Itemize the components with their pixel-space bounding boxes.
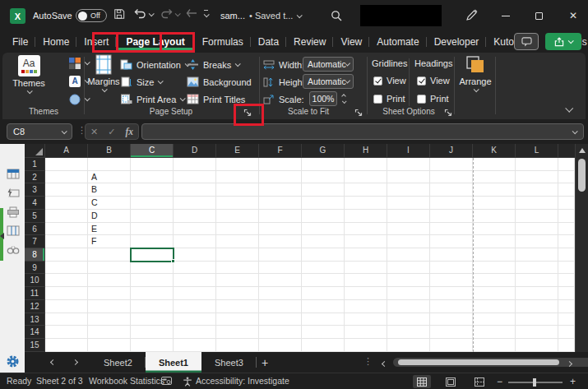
cell-K15[interactable] xyxy=(473,339,516,352)
sheet-tab-sheet3[interactable]: Sheet3 xyxy=(201,352,257,373)
cell-H8[interactable] xyxy=(345,248,387,262)
breaks-button[interactable]: Breaks xyxy=(187,57,239,72)
undo-button[interactable] xyxy=(134,8,153,20)
cell-A9[interactable] xyxy=(45,262,88,275)
column-header-I[interactable]: I xyxy=(387,144,430,158)
cell-H2[interactable] xyxy=(345,171,387,184)
cell-D11[interactable] xyxy=(174,287,216,300)
column-header-F[interactable]: F xyxy=(259,144,302,158)
cell-H12[interactable] xyxy=(345,300,387,313)
cell-H5[interactable] xyxy=(345,210,387,223)
cell-C3[interactable] xyxy=(131,183,174,197)
status-sheet-info[interactable]: Sheet 2 of 3 xyxy=(36,376,83,386)
cell-L1[interactable] xyxy=(516,158,558,171)
workbook-pane-icon[interactable] xyxy=(6,167,20,181)
cell-G6[interactable] xyxy=(302,223,345,236)
share-button[interactable] xyxy=(545,33,581,50)
cell-K9[interactable] xyxy=(473,262,516,275)
cell-B3[interactable]: B xyxy=(88,183,131,197)
zoom-in-button[interactable]: + xyxy=(570,376,576,387)
cell-G1[interactable] xyxy=(302,158,345,171)
cell-C1[interactable] xyxy=(131,158,174,171)
cell-K13[interactable] xyxy=(473,313,516,326)
cell-D4[interactable] xyxy=(174,197,216,210)
cell-B10[interactable] xyxy=(88,274,131,287)
workbook-statistics-button[interactable]: Workbook Statistics xyxy=(89,376,164,386)
cell-H10[interactable] xyxy=(345,274,387,287)
cell-E4[interactable] xyxy=(216,197,259,210)
cell-F14[interactable] xyxy=(259,326,302,339)
cell-A2[interactable] xyxy=(45,171,88,184)
cell-H6[interactable] xyxy=(345,223,387,236)
sheet-tab-sheet2[interactable]: Sheet2 xyxy=(90,352,146,373)
column-header-L[interactable]: L xyxy=(516,144,558,158)
cell-E13[interactable] xyxy=(216,313,259,326)
cell-L13[interactable] xyxy=(516,313,558,326)
undo-dropdown-icon[interactable] xyxy=(149,11,155,16)
cell-partial-4[interactable] xyxy=(558,197,575,210)
cell-F12[interactable] xyxy=(259,300,302,313)
cell-B8[interactable] xyxy=(88,248,131,262)
cell-A10[interactable] xyxy=(45,274,88,287)
ribbon-tab-formulas[interactable]: Formulas xyxy=(195,32,251,52)
cell-D1[interactable] xyxy=(174,158,216,171)
ribbon-tab-view[interactable]: View xyxy=(333,32,369,52)
row-header-2[interactable]: 2 xyxy=(25,171,45,184)
cell-partial-3[interactable] xyxy=(558,183,575,197)
cell-A6[interactable] xyxy=(45,223,88,236)
cell-B6[interactable]: E xyxy=(88,223,131,236)
cell-F9[interactable] xyxy=(259,262,302,275)
cell-J7[interactable] xyxy=(430,235,473,248)
cell-E11[interactable] xyxy=(216,287,259,300)
cell-partial-5[interactable] xyxy=(558,210,575,223)
autosave-toggle[interactable]: Off xyxy=(76,9,107,22)
cell-B1[interactable] xyxy=(88,158,131,171)
width-combobox[interactable]: Automatic xyxy=(303,57,354,72)
confirm-entry-icon[interactable]: ✓ xyxy=(108,127,115,137)
cell-I7[interactable] xyxy=(387,235,430,248)
cell-J13[interactable] xyxy=(430,313,473,326)
cell-G8[interactable] xyxy=(302,248,345,262)
cell-I6[interactable] xyxy=(387,223,430,236)
ribbon-tab-data[interactable]: Data xyxy=(251,32,286,52)
cell-J8[interactable] xyxy=(430,248,473,262)
cell-A4[interactable] xyxy=(45,197,88,210)
cell-partial-12[interactable] xyxy=(558,300,575,313)
row-header-1[interactable]: 1 xyxy=(25,158,45,171)
cell-L8[interactable] xyxy=(516,248,558,262)
cell-B11[interactable] xyxy=(88,287,131,300)
cell-F10[interactable] xyxy=(259,274,302,287)
cell-A13[interactable] xyxy=(45,313,88,326)
cell-K1[interactable] xyxy=(473,158,516,171)
cell-D7[interactable] xyxy=(174,235,216,248)
cell-L12[interactable] xyxy=(516,300,558,313)
horizontal-scrollbar[interactable] xyxy=(393,358,588,367)
cell-I10[interactable] xyxy=(387,274,430,287)
cell-A7[interactable] xyxy=(45,235,88,248)
vertical-scrollbar[interactable] xyxy=(575,144,588,352)
accessibility-status[interactable]: Accessibility: Investigate xyxy=(196,376,289,386)
cell-J2[interactable] xyxy=(430,171,473,184)
ink-pen-icon[interactable] xyxy=(465,9,478,21)
cell-E1[interactable] xyxy=(216,158,259,171)
cell-B7[interactable]: F xyxy=(88,235,131,248)
cell-A15[interactable] xyxy=(45,339,88,352)
comments-button[interactable] xyxy=(514,33,539,50)
name-box[interactable]: C8 xyxy=(7,123,72,140)
cell-J15[interactable] xyxy=(430,339,473,352)
cell-E15[interactable] xyxy=(216,339,259,352)
themes-button[interactable]: Aa Themes xyxy=(10,55,48,94)
page-break-preview-button[interactable] xyxy=(470,375,488,388)
sheet-nav-right-icon[interactable] xyxy=(67,355,82,369)
cell-A14[interactable] xyxy=(45,326,88,339)
back-arrow-icon[interactable] xyxy=(186,8,197,18)
cell-A8[interactable] xyxy=(45,248,88,262)
horizontal-scrollbar-thumb[interactable] xyxy=(398,359,559,365)
cell-C15[interactable] xyxy=(131,339,174,352)
cancel-entry-icon[interactable]: ✕ xyxy=(90,127,98,137)
cell-B13[interactable] xyxy=(88,313,131,326)
cell-J14[interactable] xyxy=(430,326,473,339)
cell-L9[interactable] xyxy=(516,262,558,275)
flash-fill-pane-icon[interactable] xyxy=(6,186,20,200)
cell-I8[interactable] xyxy=(387,248,430,262)
